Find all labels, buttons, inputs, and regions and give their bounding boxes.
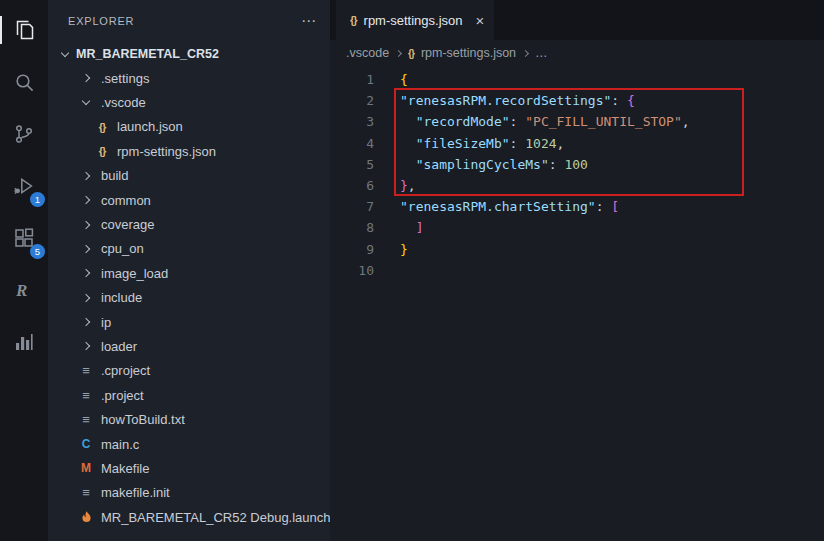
code-area[interactable]: 1{2"renesasRPM.recordSettings": {3 "reco… <box>330 66 824 541</box>
tree-item-makefile[interactable]: MMakefile <box>48 456 330 480</box>
files-explorer-icon <box>12 18 36 42</box>
code-line-text[interactable]: "renesasRPM.chartSetting": [ <box>400 196 619 217</box>
editor-area: {} rpm-settings.json × .vscode {} rpm-se… <box>330 0 824 541</box>
chevron-right-icon <box>78 343 94 349</box>
code-line-text[interactable]: { <box>400 69 408 90</box>
tree-item-label: launch.json <box>117 119 183 134</box>
activity-chart-button[interactable] <box>0 316 48 368</box>
code-line-text[interactable]: "recordMode": "PC_FILL_UNTIL_STOP", <box>400 111 690 132</box>
activity-bar: 1 5 R <box>0 0 48 541</box>
tab-rpm-settings-json[interactable]: {} rpm-settings.json × <box>336 0 494 40</box>
chevron-right-icon <box>78 75 94 81</box>
tree-item-label: .settings <box>101 71 149 86</box>
tree-item-mr-baremetal-cr52-debug-launch[interactable]: MR_BAREMETAL_CR52 Debug.launch <box>48 505 330 529</box>
breadcrumbs: .vscode {} rpm-settings.json … <box>330 40 824 66</box>
json-icon: {} <box>94 145 110 157</box>
chevron-right-icon <box>78 246 94 252</box>
tree-item-rpm-settings-json[interactable]: {}rpm-settings.json <box>48 139 330 163</box>
code-line: 5 "samplingCycleMs": 100 <box>330 154 824 175</box>
sidebar-header: EXPLORER ⋯ <box>48 0 330 42</box>
activity-source-control-button[interactable] <box>0 108 48 160</box>
activity-explorer-button[interactable] <box>0 4 48 56</box>
tree-item-cpu-on[interactable]: cpu_on <box>48 237 330 261</box>
chevron-right-icon <box>78 173 94 179</box>
renesas-icon: R <box>12 278 36 302</box>
tree-item-common[interactable]: common <box>48 188 330 212</box>
tree-item-label: image_load <box>101 266 168 281</box>
code-line-text[interactable]: }, <box>400 175 416 196</box>
code-line-text[interactable]: "fileSizeMb": 1024, <box>400 133 564 154</box>
code-line: 1{ <box>330 69 824 90</box>
code-line: 9} <box>330 239 824 260</box>
tree-item-label: MR_BAREMETAL_CR52 Debug.launch <box>101 510 330 525</box>
tree-item-launch-json[interactable]: {}launch.json <box>48 115 330 139</box>
line-number: 2 <box>330 90 374 111</box>
line-number: 1 <box>330 69 374 90</box>
line-number: 7 <box>330 196 374 217</box>
run-debug-badge: 1 <box>30 192 45 207</box>
json-icon: {} <box>350 14 357 26</box>
chevron-right-icon <box>78 222 94 228</box>
activity-extensions-button[interactable]: 5 <box>0 212 48 264</box>
tree-item--settings[interactable]: .settings <box>48 66 330 90</box>
activity-search-button[interactable] <box>0 56 48 108</box>
code-line: 8 ] <box>330 217 824 238</box>
tree-item--cproject[interactable]: ≡.cproject <box>48 359 330 383</box>
line-number: 8 <box>330 217 374 238</box>
code-line: 10 <box>330 260 824 281</box>
code-line: 7"renesasRPM.chartSetting": [ <box>330 196 824 217</box>
tree-item-image-load[interactable]: image_load <box>48 261 330 285</box>
code-line-text[interactable]: ] <box>400 217 423 238</box>
tree-item-include[interactable]: include <box>48 286 330 310</box>
workspace-label: MR_BAREMETAL_CR52 <box>76 47 219 61</box>
tree-item-coverage[interactable]: coverage <box>48 212 330 236</box>
line-number: 9 <box>330 239 374 260</box>
chevron-down-icon <box>61 48 69 56</box>
tree-item-build[interactable]: build <box>48 164 330 188</box>
line-number: 5 <box>330 154 374 175</box>
activity-renesas-button[interactable]: R <box>0 264 48 316</box>
makefile-icon: M <box>78 461 94 475</box>
close-icon[interactable]: × <box>476 13 485 28</box>
chevron-right-icon <box>395 49 402 56</box>
tree-item--project[interactable]: ≡.project <box>48 383 330 407</box>
tree-item-ip[interactable]: ip <box>48 310 330 334</box>
tree-item-label: .vscode <box>101 95 146 110</box>
json-icon: {} <box>408 48 414 59</box>
chevron-right-icon <box>78 197 94 203</box>
breadcrumb-more[interactable]: … <box>535 46 548 60</box>
tree-item-label: rpm-settings.json <box>117 144 216 159</box>
tree-item-label: common <box>101 193 151 208</box>
file-icon: ≡ <box>78 388 94 403</box>
explorer-sidebar: EXPLORER ⋯ MR_BAREMETAL_CR52 .settings.v… <box>48 0 330 541</box>
chevron-right-icon <box>78 319 94 325</box>
tree-item-makefile-init[interactable]: ≡makefile.init <box>48 481 330 505</box>
code-line-text[interactable]: "renesasRPM.recordSettings": { <box>400 90 635 111</box>
workspace-root[interactable]: MR_BAREMETAL_CR52 <box>48 42 330 66</box>
chevron-right-icon <box>78 270 94 276</box>
tree-item-loader[interactable]: loader <box>48 334 330 358</box>
activity-run-debug-button[interactable]: 1 <box>0 160 48 212</box>
tree-item-label: loader <box>101 339 137 354</box>
file-icon: ≡ <box>78 363 94 378</box>
tree-item-label: .cproject <box>101 363 150 378</box>
code-lines: 1{2"renesasRPM.recordSettings": {3 "reco… <box>330 69 824 281</box>
tree-item-label: Makefile <box>101 461 149 476</box>
code-line: 2"renesasRPM.recordSettings": { <box>330 90 824 111</box>
chevron-right-icon <box>522 49 529 56</box>
code-line-text[interactable]: "samplingCycleMs": 100 <box>400 154 588 175</box>
extensions-badge: 5 <box>30 244 45 259</box>
tree-item--vscode[interactable]: .vscode <box>48 90 330 114</box>
tree-item-howtobuild-txt[interactable]: ≡howToBuild.txt <box>48 407 330 431</box>
tree-item-main-c[interactable]: Cmain.c <box>48 432 330 456</box>
line-number: 6 <box>330 175 374 196</box>
tab-bar: {} rpm-settings.json × <box>330 0 824 40</box>
tree-item-label: main.c <box>101 437 139 452</box>
more-actions-icon[interactable]: ⋯ <box>301 12 316 30</box>
launch-icon <box>78 510 94 524</box>
breadcrumb-file[interactable]: rpm-settings.json <box>421 46 516 60</box>
code-line-text[interactable]: } <box>400 239 408 260</box>
tree-item-label: cpu_on <box>101 241 144 256</box>
file-icon: ≡ <box>78 485 94 500</box>
breadcrumb-folder[interactable]: .vscode <box>346 46 389 60</box>
